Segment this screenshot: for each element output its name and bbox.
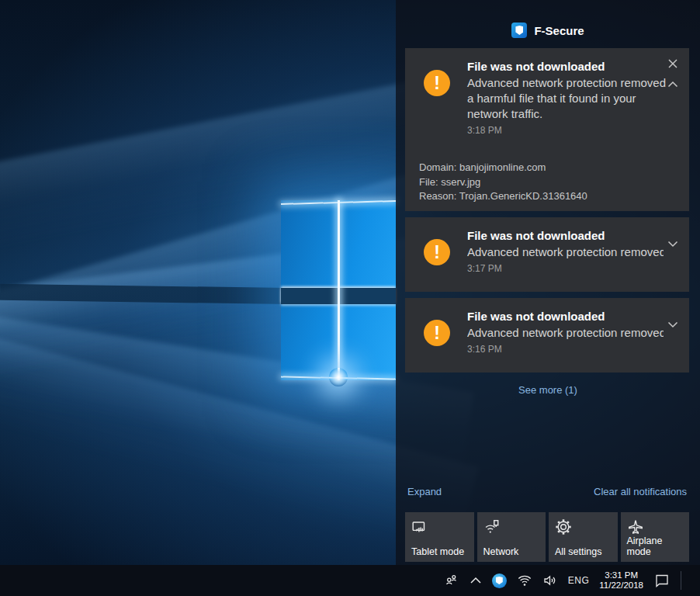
notification-group-header: F-Secure xyxy=(396,21,700,40)
detail-domain: Domain: banjojimonline.com xyxy=(419,161,587,175)
notification-time: 3:17 PM xyxy=(467,263,667,274)
notification-body: Advanced network protection removed a ha… xyxy=(467,244,664,260)
tablet-mode-tile[interactable]: Tablet mode xyxy=(405,512,474,562)
notification-card[interactable]: ! File was not downloaded Advanced netwo… xyxy=(405,48,689,211)
detail-file: File: sserv.jpg xyxy=(419,175,587,190)
notification-time: 3:16 PM xyxy=(467,344,667,355)
notification-body: Advanced network protection removed a ha… xyxy=(467,75,667,122)
people-icon[interactable] xyxy=(444,573,459,588)
expand-chevron-down-icon[interactable] xyxy=(667,237,679,250)
warning-icon: ! xyxy=(424,70,450,96)
notification-card[interactable]: ! File was not downloaded Advanced netwo… xyxy=(405,217,689,292)
tile-label: Network xyxy=(483,546,519,557)
tablet-mode-icon xyxy=(411,518,428,535)
notification-time: 3:18 PM xyxy=(467,125,667,136)
expand-chevron-down-icon[interactable] xyxy=(667,318,679,331)
show-hidden-icons-chevron[interactable] xyxy=(470,577,482,584)
f-secure-logo-icon xyxy=(511,23,527,38)
language-indicator[interactable]: ENG xyxy=(568,575,590,586)
notification-title: File was not downloaded xyxy=(467,228,667,244)
notification-details: Domain: banjojimonline.com File: sserv.j… xyxy=(419,161,587,204)
airplane-icon xyxy=(627,518,644,535)
airplane-mode-tile[interactable]: Airplane mode xyxy=(621,512,690,562)
clock[interactable]: 3:31 PM 11/22/2018 xyxy=(599,570,643,591)
see-more-link[interactable]: See more (1) xyxy=(396,383,700,396)
show-desktop-button[interactable] xyxy=(691,565,695,596)
app-name: F-Secure xyxy=(534,24,584,37)
network-wifi-icon xyxy=(483,518,501,535)
clock-date: 11/22/2018 xyxy=(599,580,643,591)
close-icon[interactable] xyxy=(667,57,679,70)
network-tile[interactable]: Network xyxy=(477,512,546,562)
notification-card[interactable]: ! File was not downloaded Advanced netwo… xyxy=(405,298,689,372)
notification-body: Advanced network protection removed a ha… xyxy=(467,325,664,341)
notification-title: File was not downloaded xyxy=(467,59,667,74)
all-settings-tile[interactable]: All settings xyxy=(549,512,618,562)
warning-icon: ! xyxy=(424,320,450,346)
action-center-panel: F-Secure ! File was not downloaded Advan… xyxy=(396,0,700,565)
action-center-icon[interactable] xyxy=(653,572,671,589)
collapse-chevron-up-icon[interactable] xyxy=(667,78,679,90)
wifi-icon[interactable] xyxy=(517,573,532,588)
taskbar: ENG 3:31 PM 11/22/2018 xyxy=(0,565,700,596)
clock-time: 3:31 PM xyxy=(599,570,643,581)
detail-reason: Reason: Trojan.GenericKD.31361640 xyxy=(419,189,587,204)
clear-all-notifications-link[interactable]: Clear all notifications xyxy=(594,486,687,497)
tile-label: All settings xyxy=(555,546,601,557)
settings-gear-icon xyxy=(555,518,572,535)
tile-label: Airplane mode xyxy=(627,535,690,557)
tile-label: Tablet mode xyxy=(411,546,464,557)
taskbar-divider xyxy=(681,571,681,590)
windows-logo-glow xyxy=(281,200,396,380)
volume-icon[interactable] xyxy=(542,573,558,588)
quick-actions-row: Tablet mode Network xyxy=(405,512,689,562)
notification-title: File was not downloaded xyxy=(467,309,667,324)
f-secure-tray-icon[interactable] xyxy=(492,573,507,588)
expand-link[interactable]: Expand xyxy=(407,486,442,497)
warning-icon: ! xyxy=(424,239,450,265)
